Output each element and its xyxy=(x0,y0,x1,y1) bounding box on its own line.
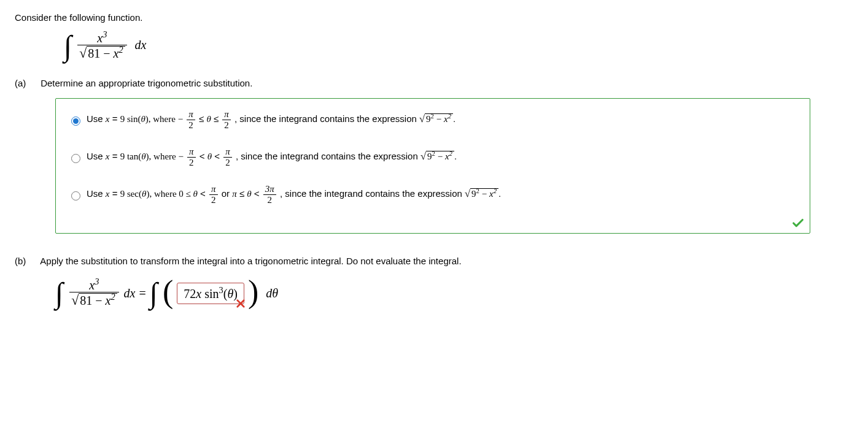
x-icon xyxy=(235,298,246,312)
check-icon xyxy=(791,216,805,232)
integral-expression: ∫ x3 √81 − x2 dx xyxy=(64,31,853,61)
options-container: Use x = 9 sin(θ), where − π2 ≤ θ ≤ π2 , … xyxy=(55,98,810,234)
part-a-text: Determine an appropriate trigonometric s… xyxy=(41,78,252,88)
integral-sign: ∫ xyxy=(64,31,72,61)
radio-sin[interactable] xyxy=(71,117,80,126)
option-tan[interactable]: Use x = 9 tan(θ), where − π2 < θ < π2 , … xyxy=(68,147,797,167)
integral-sign-b-rhs: ∫ xyxy=(150,278,158,308)
option-sin[interactable]: Use x = 9 sin(θ), where − π2 ≤ θ ≤ π2 , … xyxy=(68,110,797,130)
radio-sec[interactable] xyxy=(71,191,80,201)
option-sec[interactable]: Use x = 9 sec(θ), where 0 ≤ θ < π2 or π … xyxy=(68,185,797,205)
prompt-text: Consider the following function. xyxy=(15,12,853,23)
part-a-label: (a) xyxy=(15,78,38,88)
part-b-text: Apply the substitution to transform the … xyxy=(40,256,461,266)
radio-tan[interactable] xyxy=(71,154,80,163)
answer-input[interactable]: 72x sin3(θ) xyxy=(177,283,244,304)
part-b-label: (b) xyxy=(15,256,38,266)
integral-sign-b-lhs: ∫ xyxy=(55,278,63,308)
d-theta-label: dθ xyxy=(266,286,278,300)
part-b-equation: ∫ x3 √81 − x2 dx = ∫ ( 72x sin3(θ) ) dθ xyxy=(55,277,853,309)
dx-label: dx xyxy=(135,38,147,52)
